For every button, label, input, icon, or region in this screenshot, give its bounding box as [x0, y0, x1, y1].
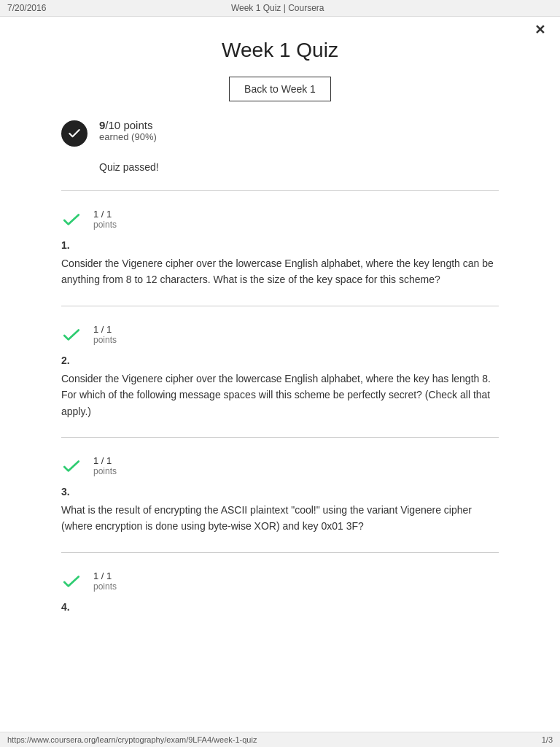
score-percentage: earned (90%): [99, 131, 157, 142]
question-1-block: 1 / 1 points 1. Consider the Vigenere ci…: [61, 209, 499, 288]
question-4-number: 4.: [61, 601, 499, 613]
question-2-text: Consider the Vigenere cipher over the lo…: [61, 371, 499, 419]
divider-1: [61, 306, 499, 306]
question-4-check-icon: [61, 572, 82, 592]
question-1-points-label: points: [93, 220, 117, 230]
question-1-text: Consider the Vigenere cipher over the lo…: [61, 255, 499, 288]
question-2-score: 1 / 1 points: [93, 324, 117, 345]
back-btn-row: Back to Week 1: [61, 77, 499, 101]
question-2-score-num: 1 / 1: [93, 324, 117, 335]
score-check-circle: [61, 120, 88, 147]
question-3-check-icon: [61, 457, 82, 477]
question-2-number: 2.: [61, 355, 499, 366]
earned-label: earned: [99, 131, 128, 142]
back-to-week1-button[interactable]: Back to Week 1: [229, 77, 331, 101]
divider-3: [61, 552, 499, 553]
page-indicator: 1/3: [542, 735, 553, 744]
question-3-score: 1 / 1 points: [93, 455, 117, 476]
browser-date: 7/20/2016: [7, 3, 46, 13]
score-info: 9/10 points earned (90%): [99, 119, 157, 142]
question-4-score-num: 1 / 1: [93, 570, 117, 581]
question-3-score-num: 1 / 1: [93, 455, 117, 466]
question-3-score-row: 1 / 1 points: [61, 455, 499, 477]
question-1-check-icon: [61, 210, 82, 231]
divider-top: [61, 190, 499, 191]
question-2-block: 1 / 1 points 2. Consider the Vigenere ci…: [61, 324, 499, 419]
question-4-score: 1 / 1 points: [93, 570, 117, 592]
status-bar: https://www.coursera.org/learn/cryptogra…: [0, 732, 560, 747]
main-content: Week 1 Quiz Back to Week 1 9/10 points e…: [18, 17, 542, 661]
browser-title: Week 1 Quiz | Coursera: [46, 3, 509, 13]
question-1-score-row: 1 / 1 points: [61, 209, 499, 231]
question-2-points-label: points: [93, 335, 117, 345]
status-url: https://www.coursera.org/learn/cryptogra…: [7, 735, 257, 744]
question-4-block: 1 / 1 points 4.: [61, 570, 499, 613]
question-1-number: 1.: [61, 239, 499, 251]
question-1-score: 1 / 1 points: [93, 209, 117, 230]
quiz-title: Week 1 Quiz: [61, 39, 499, 62]
quiz-passed-text: Quiz passed!: [99, 161, 499, 173]
question-3-block: 1 / 1 points 3. What is the result of en…: [61, 455, 499, 535]
question-3-text: What is the result of encrypting the ASC…: [61, 502, 499, 535]
question-3-number: 3.: [61, 486, 499, 498]
score-points: 9/10 points: [99, 119, 157, 131]
question-2-check-icon: [61, 325, 82, 346]
question-4-score-row: 1 / 1 points: [61, 570, 499, 592]
divider-2: [61, 437, 499, 438]
browser-bar: 7/20/2016 Week 1 Quiz | Coursera: [0, 0, 560, 17]
score-section: 9/10 points earned (90%): [61, 119, 499, 147]
question-3-points-label: points: [93, 466, 117, 476]
close-button[interactable]: ✕: [534, 22, 545, 38]
points-label: points: [123, 119, 152, 131]
score-total: 10: [109, 119, 121, 131]
question-1-score-num: 1 / 1: [93, 209, 117, 220]
question-4-points-label: points: [93, 581, 117, 592]
question-2-score-row: 1 / 1 points: [61, 324, 499, 346]
